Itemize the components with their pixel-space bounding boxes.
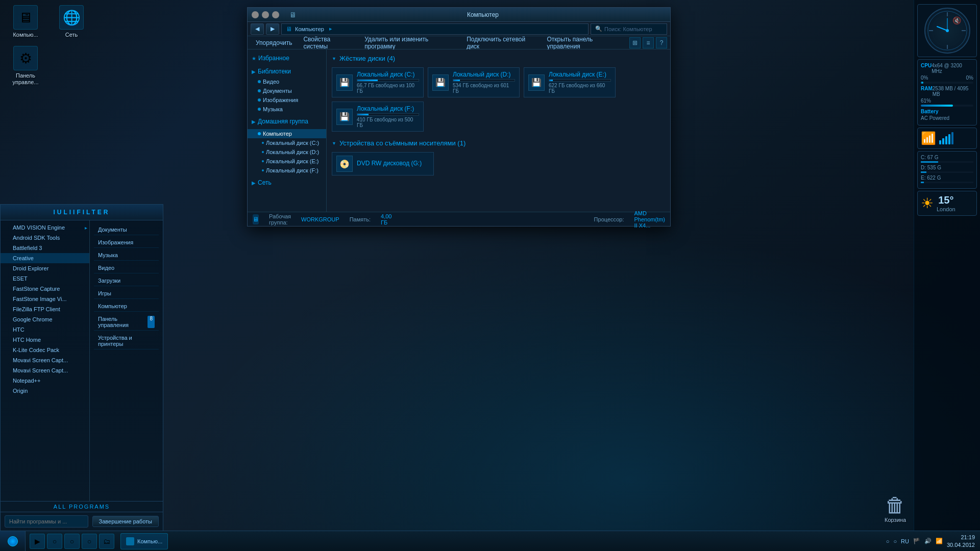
close-button[interactable]: [272, 11, 279, 18]
start-menu-body: AMD VISION Engine ▸ Android SDK Tools Ba…: [1, 220, 163, 501]
app-klite[interactable]: K-Lite Codec Pack: [1, 345, 89, 355]
right-panel: 🔇 CPU 4x64 @ 3200 MHz 0% 0% RAM 2538 MB …: [914, 0, 980, 531]
app-fsimage[interactable]: FastStone Image Vi...: [1, 294, 89, 304]
app-list: AMD VISION Engine ▸ Android SDK Tools Ba…: [1, 220, 90, 501]
taskbar-open-apps: Компью...: [118, 533, 881, 549]
taskbar-icon-1[interactable]: ▶: [30, 534, 45, 549]
app-movavi2[interactable]: Movavi Screen Capt...: [1, 365, 89, 375]
start-search-input[interactable]: [5, 515, 88, 528]
app-droid[interactable]: Droid Explorer: [1, 263, 89, 273]
maximize-button[interactable]: [262, 11, 269, 18]
app-eset[interactable]: ESET: [1, 273, 89, 284]
folder-music[interactable]: Музыка: [94, 250, 159, 261]
taskbar-icon-2[interactable]: ○: [47, 534, 62, 549]
network-widget: 📶: [917, 128, 977, 149]
app-htchome[interactable]: HTC Home: [1, 335, 89, 345]
all-programs-button[interactable]: ALL PROGRAMS: [1, 501, 163, 512]
app-notepad[interactable]: Notepad++: [1, 375, 89, 386]
desktop-icon-network[interactable]: 🌐 Сеть: [51, 5, 92, 38]
workgroup-value: WORKGROUP: [301, 216, 339, 222]
menu-uninstall[interactable]: Удалить или изменить программу: [359, 36, 460, 49]
menu-control-panel[interactable]: Открыть панель управления: [542, 36, 628, 49]
taskbar-icon-3[interactable]: ○: [64, 534, 80, 549]
desktop-icon-computer[interactable]: 🖥 Компью...: [5, 5, 46, 38]
sidebar-music[interactable]: Музыка: [248, 105, 326, 114]
menu-network-drive[interactable]: Подключить сетевой диск: [461, 36, 541, 49]
hard-drives-section-header[interactable]: Жёсткие диски (4): [332, 55, 665, 62]
bar-1: [939, 140, 941, 144]
wifi-icon: 📶: [921, 131, 936, 145]
sidebar-video[interactable]: Видео: [248, 77, 326, 86]
menu-system-props[interactable]: Свойства системы: [298, 36, 358, 49]
drive-f[interactable]: 💾 Локальный диск (F:) 410 ГБ свободно из…: [332, 102, 424, 132]
taskbar-app-explorer[interactable]: Компью...: [120, 533, 168, 549]
weather-widget: ☀ 15° London: [917, 191, 977, 216]
sidebar-libraries[interactable]: ▶ Библиотеки: [248, 66, 326, 77]
sidebar-drive-f[interactable]: Локальный диск (F:): [248, 166, 326, 175]
view-large-icon[interactable]: ⊞: [629, 37, 641, 48]
app-origin[interactable]: Origin: [1, 386, 89, 396]
app-filezilla[interactable]: FileZilla FTP Client: [1, 304, 89, 314]
sidebar-network[interactable]: ▶ Сеть: [248, 177, 326, 188]
sidebar-drive-c[interactable]: Локальный диск (C:): [248, 138, 326, 147]
cpu-pct1: 0%: [921, 75, 928, 81]
tray-icon-2[interactable]: ○: [893, 538, 897, 544]
dvd-drive[interactable]: 📀 DVD RW дисковод (G:): [332, 152, 434, 176]
folder-video[interactable]: Видео: [94, 263, 159, 273]
desktop-icon-panel[interactable]: ⚙ Панель управле...: [5, 46, 46, 86]
menu-organize[interactable]: Упорядочить: [251, 36, 297, 49]
clock-time: 21:19: [947, 534, 975, 541]
drive-c[interactable]: 💾 Локальный диск (C:) 66,7 ГБ свободно и…: [332, 67, 424, 97]
address-bar[interactable]: 🖥 Компьютер ▸: [281, 23, 589, 35]
removable-section-header[interactable]: Устройства со съёмными носителями (1): [332, 139, 665, 147]
sidebar-drive-d[interactable]: Локальный диск (D:): [248, 147, 326, 157]
folder-devices[interactable]: Устройства и принтеры: [94, 333, 159, 349]
app-android[interactable]: Android SDK Tools: [1, 233, 89, 243]
tray-lang[interactable]: RU: [901, 538, 909, 544]
drive-d[interactable]: 💾 Локальный диск (D:) 534 ГБ свободно из…: [428, 67, 520, 97]
app-creative[interactable]: Creative: [1, 253, 89, 263]
recycle-bin[interactable]: 🗑 Корзина: [885, 494, 906, 523]
workgroup-label: Рабочая группа:: [269, 213, 291, 226]
start-orb: [8, 536, 18, 546]
tray-icon-1[interactable]: ○: [886, 538, 890, 544]
folder-documents[interactable]: Документы: [94, 224, 159, 235]
minimize-button[interactable]: [252, 11, 259, 18]
taskbar-explorer-icon[interactable]: 🗂: [99, 534, 114, 549]
search-bar[interactable]: 🔍 Поиск: Компьютер: [591, 23, 667, 35]
system-clock[interactable]: 21:19 30.04.2012: [947, 534, 975, 548]
clock-widget: 🔇: [917, 4, 977, 57]
sidebar-drive-e[interactable]: Локальный диск (E:): [248, 157, 326, 166]
tray-icon-vol[interactable]: 🔊: [924, 538, 932, 544]
app-movavi1[interactable]: Movavi Screen Capt...: [1, 355, 89, 365]
start-button[interactable]: [0, 531, 26, 552]
folder-computer[interactable]: Компьютер: [94, 301, 159, 312]
taskbar-icon-4[interactable]: ○: [82, 534, 97, 549]
sidebar-documents[interactable]: Документы: [248, 86, 326, 95]
app-bf3[interactable]: Battlefield 3: [1, 243, 89, 253]
back-button[interactable]: ◀: [251, 23, 264, 35]
app-htc[interactable]: HTC: [1, 324, 89, 335]
sidebar-images[interactable]: Изображения: [248, 95, 326, 105]
tray-icon-flag[interactable]: 🏴: [913, 538, 920, 544]
folder-images[interactable]: Изображения: [94, 237, 159, 248]
drive-d-icon: 💾: [432, 74, 449, 91]
tray-icon-net[interactable]: 📶: [936, 538, 943, 544]
search-placeholder: Поиск: Компьютер: [604, 26, 652, 32]
sidebar-computer[interactable]: Компьютер: [248, 129, 326, 138]
app-fscapture[interactable]: FastStone Capture: [1, 284, 89, 294]
folder-controlpanel[interactable]: Панель управления 8: [94, 314, 159, 331]
app-amd[interactable]: AMD VISION Engine ▸: [1, 222, 89, 233]
folder-downloads[interactable]: Загрузки: [94, 276, 159, 286]
forward-button[interactable]: ▶: [266, 23, 279, 35]
app-chrome[interactable]: Google Chrome: [1, 314, 89, 324]
drive-e[interactable]: 💾 Локальный диск (E:) 622 ГБ свободно из…: [524, 67, 616, 97]
storage-c-bar: [921, 161, 973, 163]
folder-games[interactable]: Игры: [94, 288, 159, 299]
shutdown-button[interactable]: Завершение работы: [92, 516, 159, 527]
sidebar-homegroup[interactable]: ▶ Домашняя группа: [248, 116, 326, 127]
drive-f-info: Локальный диск (F:) 410 ГБ свободно из 5…: [357, 105, 419, 128]
view-help[interactable]: ?: [656, 37, 667, 48]
view-list[interactable]: ≡: [643, 37, 654, 48]
sidebar-favorites[interactable]: ★ Избранное: [248, 53, 326, 64]
